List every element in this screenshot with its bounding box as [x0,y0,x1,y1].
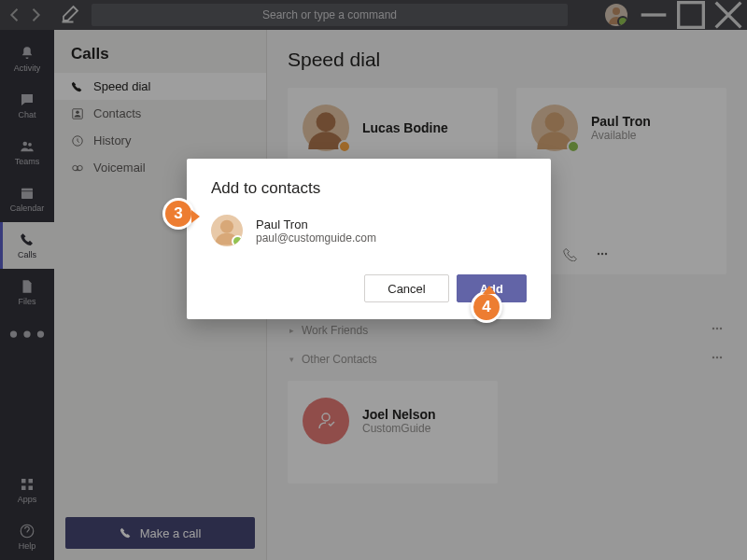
modal-contact-email: paul@customguide.com [256,231,376,245]
person-icon [211,215,243,246]
step-number: 3 [174,204,182,223]
step-badge-3: 3 [162,198,194,230]
modal-contact-name: Paul Tron [256,217,376,231]
avatar [211,215,243,246]
svg-point-39 [220,220,233,233]
cancel-button[interactable]: Cancel [364,274,448,302]
step-badge-4: 4 [471,291,502,323]
modal-contact-row: Paul Tron paul@customguide.com [211,215,527,246]
modal-title: Add to contacts [211,179,527,198]
step-number: 4 [482,298,490,316]
button-label: Cancel [388,282,425,296]
